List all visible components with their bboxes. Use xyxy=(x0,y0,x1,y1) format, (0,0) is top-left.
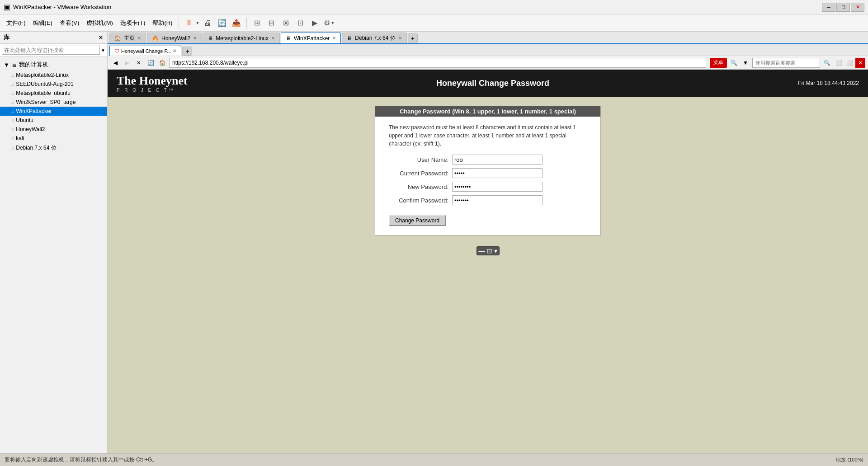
content-area: 🏠 主页 ✕ 🔥 HoneyWall2 ✕ 🖥 Metasploitable2-… xyxy=(108,32,868,453)
menu-help[interactable]: 帮助(H) xyxy=(150,18,175,28)
restore-button[interactable]: ◻ xyxy=(836,3,850,12)
sidebar-item-kali[interactable]: □ kali xyxy=(0,134,107,143)
toolbar-separator xyxy=(179,18,179,28)
sidebar-item-metasploitable-ubuntu[interactable]: □ Metasploitable_ubuntu xyxy=(0,89,107,98)
menu-edit[interactable]: 编辑(E) xyxy=(30,18,55,28)
menu-tabs[interactable]: 选项卡(T) xyxy=(118,18,148,28)
sidebar-header: 库 ✕ xyxy=(0,32,107,44)
split-horiz-button[interactable]: ⊞ xyxy=(250,17,263,29)
menu-vm[interactable]: 虚拟机(M) xyxy=(84,18,116,28)
fullscreen-button[interactable]: ⬜ xyxy=(844,58,854,68)
split-vert-button[interactable]: ⊟ xyxy=(265,17,278,29)
status-message: 要将输入定向到该虚拟机，请将鼠标指针移入其中或按 Ctrl+G。 xyxy=(5,456,157,464)
debian-tab-close[interactable]: ✕ xyxy=(398,36,402,41)
reload-button[interactable]: 🔄 xyxy=(146,58,156,68)
browser-tab-home[interactable]: 🏠 主页 ✕ xyxy=(109,33,146,43)
username-input[interactable] xyxy=(452,155,542,165)
toolbar-separator-2 xyxy=(246,18,247,28)
change-password-button[interactable]: Change Password xyxy=(389,215,446,226)
inner-active-tab[interactable]: 🛡 Honeywall Change P... ✕ xyxy=(109,46,181,56)
stop-button[interactable]: ✕ xyxy=(134,58,144,68)
confirm-password-input[interactable] xyxy=(452,195,542,205)
search-input[interactable] xyxy=(752,58,820,68)
send-button[interactable]: 📤 xyxy=(230,17,243,29)
close-browser-button[interactable]: ✕ xyxy=(855,58,865,68)
sidebar-title: 库 xyxy=(4,33,9,42)
browser-tab-metasploitable[interactable]: 🖥 Metasploitable2-Linux ✕ xyxy=(203,33,280,43)
honeywall2-tab-close[interactable]: ✕ xyxy=(193,36,197,41)
inner-tab-bar: 🛡 Honeywall Change P... ✕ + xyxy=(108,44,868,56)
debian-tab-icon: 🖥 xyxy=(347,35,352,42)
new-password-input[interactable] xyxy=(452,182,542,192)
username-label: User Name: xyxy=(389,156,452,163)
sidebar-item-win2k[interactable]: □ Win2kServer_SP0_targe xyxy=(0,98,107,107)
print-button[interactable]: 🖨 xyxy=(201,17,214,29)
vmware-status-bar: 要将输入定向到该虚拟机，请将鼠标指针移入其中或按 Ctrl+G。 缩放 (100… xyxy=(0,453,868,466)
new-tab-button[interactable]: + xyxy=(408,33,418,43)
rss-button[interactable]: ⬜ xyxy=(834,58,844,68)
metasploitable-tab-label: Metasploitable2-Linux xyxy=(216,35,269,42)
vmware-toolbar: 文件(F) 编辑(E) 查看(V) 虚拟机(M) 选项卡(T) 帮助(H) ⏸ … xyxy=(0,14,868,32)
sidebar-item-ubuntu[interactable]: □ Ubuntu xyxy=(0,116,107,125)
menu-view[interactable]: 查看(V) xyxy=(57,18,82,28)
address-bar-input[interactable] xyxy=(169,58,706,68)
sidebar-item-seedubuntu[interactable]: □ SEEDUbuntu9-Aug-201 xyxy=(0,80,107,89)
minimize-button[interactable]: ─ xyxy=(822,3,835,12)
menu-file[interactable]: 文件(F) xyxy=(4,18,28,28)
console-button[interactable]: ▶ xyxy=(308,17,321,29)
sidebar-item-debian[interactable]: □ Debian 7.x 64 位 xyxy=(0,143,107,153)
new-password-row: New Password: xyxy=(389,182,587,192)
browser-zoom-button[interactable]: 🔍 xyxy=(729,58,739,68)
sidebar-search-bar: ▼ xyxy=(0,44,107,57)
current-password-label: Current Password: xyxy=(389,170,452,177)
new-password-label: New Password: xyxy=(389,184,452,190)
vm-tool-icon-2[interactable]: ⊡ xyxy=(487,247,492,254)
inner-tab-icon: 🛡 xyxy=(114,48,119,54)
sidebar-item-metasploitable2[interactable]: □ Metasploitable2-Linux xyxy=(0,71,107,80)
sidebar-search-input[interactable] xyxy=(2,46,100,55)
username-row: User Name: xyxy=(389,155,587,165)
sidebar-search-dropdown[interactable]: ▼ xyxy=(101,48,105,53)
vm-tool-icon-3[interactable]: ▾ xyxy=(494,247,497,254)
metasploitable-tab-close[interactable]: ✕ xyxy=(271,36,275,41)
winxp-tab-close[interactable]: ✕ xyxy=(332,36,336,41)
browser-tab-bar: 🏠 主页 ✕ 🔥 HoneyWall2 ✕ 🖥 Metasploitable2-… xyxy=(108,32,868,44)
back-button[interactable]: ◀ xyxy=(110,58,120,68)
browser-tab-winxp[interactable]: 🖥 WinXPattacker ✕ xyxy=(281,33,341,43)
pause-button[interactable]: ⏸ xyxy=(183,17,195,29)
pause-dropdown-arrow[interactable]: ▼ xyxy=(195,21,199,25)
webpage-viewport: The Honeynet P R O J E C T™ Honeywall Ch… xyxy=(108,70,868,453)
confirm-password-row: Confirm Password: xyxy=(389,195,587,205)
vm-tool-icon-1[interactable]: — xyxy=(479,247,485,254)
home-tab-close[interactable]: ✕ xyxy=(137,36,141,41)
browser-right-icons: ⬜ ⬜ ✕ xyxy=(834,58,865,68)
current-password-input[interactable] xyxy=(452,168,542,178)
sidebar-root-item[interactable]: ▼ 🖥 我的计算机 xyxy=(0,59,107,71)
sidebar-item-winxp[interactable]: □ WinXPattacker xyxy=(0,107,107,116)
title-bar: ▣ WinXPattacker - VMware Workstation ─ ◻… xyxy=(0,0,868,14)
inner-new-tab-button[interactable]: + xyxy=(182,47,192,56)
close-button[interactable]: ✕ xyxy=(851,3,864,12)
forward-button[interactable]: ▶ xyxy=(122,58,132,68)
honeywall2-tab-label: HoneyWall2 xyxy=(161,35,190,42)
browser-tab-honeywall2[interactable]: 🔥 HoneyWall2 ✕ xyxy=(147,33,202,43)
vm-icon: □ xyxy=(11,145,14,151)
layout1-button[interactable]: ⊠ xyxy=(279,17,292,29)
sidebar-item-honeywall[interactable]: □ HoneyWall2 xyxy=(0,125,107,134)
app-icon: ▣ xyxy=(4,3,10,11)
refresh-button[interactable]: 🔄 xyxy=(216,17,228,29)
layout2-button[interactable]: ⊡ xyxy=(294,17,307,29)
metasploitable-tab-icon: 🖥 xyxy=(208,35,213,42)
home-button[interactable]: 🏠 xyxy=(157,58,167,68)
inner-tab-close[interactable]: ✕ xyxy=(173,48,176,53)
sidebar-close-button[interactable]: ✕ xyxy=(98,34,104,41)
page-title: Honeywall Change Password xyxy=(436,79,549,88)
search-submit-button[interactable]: 🔍 xyxy=(822,58,832,68)
browser-tab-debian[interactable]: 🖥 Debian 7.x 64 位 ✕ xyxy=(342,33,406,43)
home-tab-icon: 🏠 xyxy=(114,35,121,42)
bookmark-toggle[interactable]: 菜单 xyxy=(710,58,727,68)
confirm-password-label: Confirm Password: xyxy=(389,197,452,204)
page-content: Change Password (Min 8, 1 upper, 1 lower… xyxy=(108,97,868,245)
settings-button[interactable]: ⚙▼ xyxy=(323,17,335,29)
browser-options-button[interactable]: ▼ xyxy=(741,58,750,68)
